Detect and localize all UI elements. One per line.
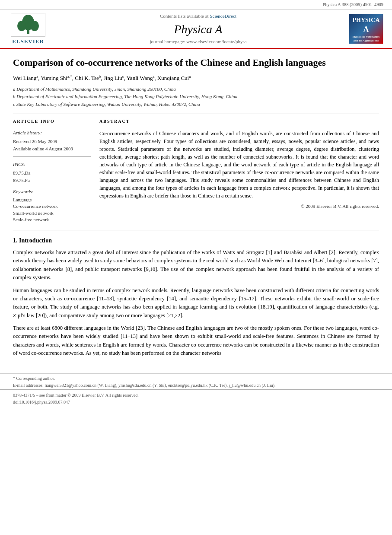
intro-paragraph-1: Complex networks have attracted a great … xyxy=(13,248,379,282)
email-footnote: E-mail addresses: liangwei5321@yahoo.com… xyxy=(13,382,379,389)
main-content: Comparison of co-occurrence networks of … xyxy=(0,49,392,370)
available-date: Available online 4 August 2009 xyxy=(13,146,91,152)
intro-paragraph-2: Human languages can be studied in terms … xyxy=(13,287,379,320)
corresponding-author-note: * Corresponding author. xyxy=(13,376,379,382)
divider-info xyxy=(13,156,91,157)
abstract-heading: ABSTRACT xyxy=(99,118,379,126)
sciencedirect-anchor[interactable]: ScienceDirect xyxy=(210,13,236,19)
divider-1 xyxy=(13,114,379,114)
physica-logo: PHYSICA A Statistical Mechanicsand its A… xyxy=(349,14,383,44)
pacs-2: 89.75.Fu xyxy=(13,177,91,184)
page: Physica A 388 (2009) 4901–4909 ELSEVIER xyxy=(0,0,392,535)
sciencedirect-link: Contents lists available at ScienceDirec… xyxy=(48,13,349,19)
journal-homepage: journal homepage: www.elsevier.com/locat… xyxy=(48,38,349,45)
footer: 0378-4371/$ – see front matter © 2009 El… xyxy=(0,389,392,409)
svg-point-3 xyxy=(30,21,39,31)
abstract-text: Co-occurrence networks of Chinese charac… xyxy=(99,130,379,200)
journal-name-display: Physica A xyxy=(48,21,349,38)
pacs-label: PACS: xyxy=(13,161,91,168)
pacs-block: PACS: 89.75,Da 89.75.Fu xyxy=(13,161,91,184)
received-date: Received 26 May 2009 xyxy=(13,138,91,145)
footer-doi: doi:10.1016/j.physa.2009.07.047 xyxy=(13,399,379,405)
svg-point-2 xyxy=(17,21,26,31)
elsevier-tree-svg xyxy=(12,14,45,35)
abstract-column: ABSTRACT Co-occurrence networks of Chine… xyxy=(99,118,379,223)
keywords-label: Keywords: xyxy=(13,188,91,195)
affiliation-b: b Department of Electronic and Informati… xyxy=(13,93,379,100)
intro-heading: 1. Introduction xyxy=(13,236,379,245)
keyword-4: Scale-free network xyxy=(13,217,91,223)
keyword-3: Small-world network xyxy=(13,210,91,217)
journal-reference: Physica A 388 (2009) 4901–4909 xyxy=(0,0,392,10)
affiliation-c: c State Key Laboratory of Software Engin… xyxy=(13,101,379,108)
pacs-1: 89.75,Da xyxy=(13,170,91,176)
copyright-line: © 2009 Elsevier B.V. All rights reserved… xyxy=(99,203,379,210)
footer-rights: 0378-4371/$ – see front matter © 2009 El… xyxy=(13,392,379,398)
elsevier-text: ELSEVIER xyxy=(12,38,44,45)
footnotes: * Corresponding author. E-mail addresses… xyxy=(0,373,392,389)
divider-2 xyxy=(13,230,379,230)
affiliation-a: a Department of Mathematics, Shandong Un… xyxy=(13,86,379,92)
keyword-2: Co-occurrence network xyxy=(13,203,91,210)
affiliations: a Department of Mathematics, Shandong Un… xyxy=(13,86,379,108)
elsevier-tree-image xyxy=(11,13,45,37)
journal-header-center: Contents lists available at ScienceDirec… xyxy=(48,13,349,45)
history-label: Article history: xyxy=(13,130,91,136)
svg-rect-5 xyxy=(27,18,29,22)
article-info-abstract: ARTICLE INFO Article history: Received 2… xyxy=(13,118,379,223)
authors-line: Wei Lianga, Yuming Shia,*, Chi K. Tseb, … xyxy=(13,74,379,83)
keywords-block: Keywords: Language Co-occurrence network… xyxy=(13,188,91,223)
keyword-1: Language xyxy=(13,197,91,203)
svg-point-4 xyxy=(26,15,30,18)
article-title: Comparison of co-occurrence networks of … xyxy=(13,57,379,69)
journal-header: ELSEVIER Contents lists available at Sci… xyxy=(0,10,392,49)
elsevier-logo: ELSEVIER xyxy=(9,13,48,45)
intro-paragraph-3: There are at least 6800 different langua… xyxy=(13,324,379,358)
article-info-heading: ARTICLE INFO xyxy=(13,118,91,126)
article-info-column: ARTICLE INFO Article history: Received 2… xyxy=(13,118,91,223)
